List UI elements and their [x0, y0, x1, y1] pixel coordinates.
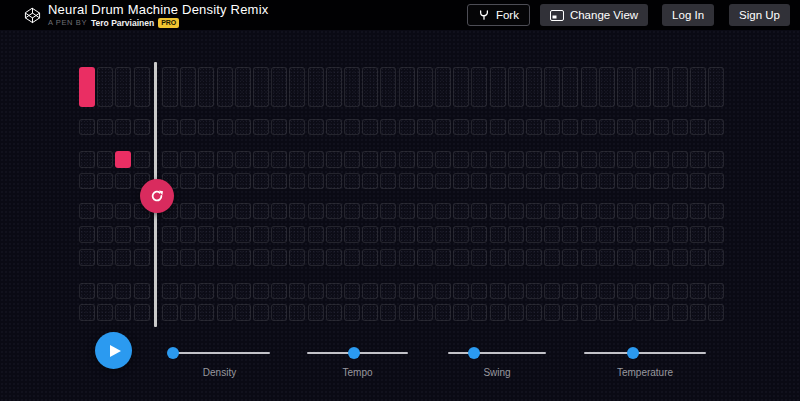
grid-cell-crash-step-34[interactable]	[690, 283, 706, 299]
grid-cell-hihat-closed-step-24[interactable]	[508, 151, 524, 168]
grid-cell-low-tom-step-8[interactable]	[217, 203, 233, 219]
grid-cell-ride-step-7[interactable]	[198, 304, 214, 321]
grid-cell-ride-step-3[interactable]	[115, 304, 131, 321]
grid-cell-low-tom-step-35[interactable]	[708, 203, 724, 219]
grid-cell-ride-step-8[interactable]	[217, 304, 233, 321]
grid-cell-low-tom-step-11[interactable]	[271, 203, 287, 219]
grid-cell-snare-step-27[interactable]	[562, 119, 578, 135]
grid-cell-snare-step-8[interactable]	[217, 119, 233, 135]
change-view-button[interactable]: Change View	[540, 4, 648, 26]
grid-cell-hihat-open-step-21[interactable]	[453, 173, 469, 189]
grid-cell-kick-step-34[interactable]	[690, 67, 706, 107]
grid-cell-low-tom-step-10[interactable]	[253, 203, 269, 219]
grid-cell-kick-step-8[interactable]	[217, 67, 233, 107]
grid-cell-hihat-open-step-19[interactable]	[417, 173, 433, 189]
grid-cell-hihat-closed-step-3[interactable]	[115, 151, 131, 168]
grid-cell-high-tom-step-10[interactable]	[253, 249, 269, 266]
grid-cell-crash-step-10[interactable]	[253, 283, 269, 299]
grid-cell-ride-step-17[interactable]	[380, 304, 396, 321]
grid-cell-high-tom-step-21[interactable]	[453, 249, 469, 266]
grid-cell-low-tom-step-31[interactable]	[635, 203, 651, 219]
grid-cell-ride-step-15[interactable]	[344, 304, 360, 321]
grid-cell-hihat-closed-step-12[interactable]	[289, 151, 305, 168]
grid-cell-hihat-open-step-28[interactable]	[581, 173, 597, 189]
grid-cell-mid-tom-step-28[interactable]	[581, 226, 597, 243]
grid-cell-snare-step-7[interactable]	[198, 119, 214, 135]
grid-cell-kick-step-9[interactable]	[235, 67, 251, 107]
grid-cell-snare-step-20[interactable]	[435, 119, 451, 135]
grid-cell-hihat-open-step-12[interactable]	[289, 173, 305, 189]
grid-cell-crash-step-13[interactable]	[308, 283, 324, 299]
grid-cell-snare-step-1[interactable]	[79, 119, 95, 135]
grid-cell-kick-step-11[interactable]	[271, 67, 287, 107]
grid-cell-snare-step-3[interactable]	[115, 119, 131, 135]
grid-cell-low-tom-step-1[interactable]	[79, 203, 95, 219]
grid-cell-low-tom-step-33[interactable]	[672, 203, 688, 219]
grid-cell-hihat-closed-step-21[interactable]	[453, 151, 469, 168]
grid-cell-snare-step-30[interactable]	[617, 119, 633, 135]
swing-slider-thumb[interactable]	[468, 347, 480, 359]
grid-cell-snare-step-11[interactable]	[271, 119, 287, 135]
grid-cell-hihat-closed-step-15[interactable]	[344, 151, 360, 168]
grid-cell-crash-step-16[interactable]	[362, 283, 378, 299]
grid-cell-snare-step-31[interactable]	[635, 119, 651, 135]
grid-cell-mid-tom-step-11[interactable]	[271, 226, 287, 243]
grid-cell-low-tom-step-24[interactable]	[508, 203, 524, 219]
sign-up-button[interactable]: Sign Up	[729, 4, 790, 26]
grid-cell-high-tom-step-3[interactable]	[115, 249, 131, 266]
grid-cell-kick-step-10[interactable]	[253, 67, 269, 107]
grid-cell-crash-step-35[interactable]	[708, 283, 724, 299]
grid-cell-hihat-open-step-22[interactable]	[471, 173, 487, 189]
grid-cell-snare-step-17[interactable]	[380, 119, 396, 135]
grid-cell-ride-step-2[interactable]	[97, 304, 113, 321]
grid-cell-kick-step-16[interactable]	[362, 67, 378, 107]
grid-cell-low-tom-step-30[interactable]	[617, 203, 633, 219]
grid-cell-mid-tom-step-22[interactable]	[471, 226, 487, 243]
grid-cell-mid-tom-step-4[interactable]	[134, 226, 150, 243]
grid-cell-ride-step-24[interactable]	[508, 304, 524, 321]
grid-cell-crash-step-15[interactable]	[344, 283, 360, 299]
grid-cell-hihat-closed-step-22[interactable]	[471, 151, 487, 168]
grid-cell-high-tom-step-28[interactable]	[581, 249, 597, 266]
grid-cell-hihat-closed-step-7[interactable]	[198, 151, 214, 168]
grid-cell-high-tom-step-26[interactable]	[544, 249, 560, 266]
grid-cell-snare-step-21[interactable]	[453, 119, 469, 135]
grid-cell-crash-step-18[interactable]	[399, 283, 415, 299]
grid-cell-kick-step-20[interactable]	[435, 67, 451, 107]
grid-cell-kick-step-15[interactable]	[344, 67, 360, 107]
grid-cell-ride-step-26[interactable]	[544, 304, 560, 321]
grid-cell-ride-step-28[interactable]	[581, 304, 597, 321]
grid-cell-kick-step-13[interactable]	[308, 67, 324, 107]
grid-cell-kick-step-23[interactable]	[490, 67, 506, 107]
grid-cell-snare-step-13[interactable]	[308, 119, 324, 135]
grid-cell-mid-tom-step-34[interactable]	[690, 226, 706, 243]
grid-cell-low-tom-step-18[interactable]	[399, 203, 415, 219]
grid-cell-kick-step-2[interactable]	[97, 67, 113, 107]
grid-cell-high-tom-step-15[interactable]	[344, 249, 360, 266]
grid-cell-snare-step-18[interactable]	[399, 119, 415, 135]
grid-cell-hihat-closed-step-14[interactable]	[326, 151, 342, 168]
grid-cell-mid-tom-step-30[interactable]	[617, 226, 633, 243]
grid-cell-crash-step-3[interactable]	[115, 283, 131, 299]
grid-cell-hihat-open-step-29[interactable]	[599, 173, 615, 189]
grid-cell-ride-step-27[interactable]	[562, 304, 578, 321]
grid-cell-crash-step-28[interactable]	[581, 283, 597, 299]
swing-slider-track[interactable]	[448, 352, 546, 354]
grid-cell-hihat-open-step-7[interactable]	[198, 173, 214, 189]
grid-cell-low-tom-step-17[interactable]	[380, 203, 396, 219]
grid-cell-ride-step-16[interactable]	[362, 304, 378, 321]
grid-cell-hihat-closed-step-11[interactable]	[271, 151, 287, 168]
grid-cell-mid-tom-step-12[interactable]	[289, 226, 305, 243]
grid-cell-high-tom-step-2[interactable]	[97, 249, 113, 266]
grid-cell-hihat-closed-step-23[interactable]	[490, 151, 506, 168]
grid-cell-crash-step-5[interactable]	[162, 283, 178, 299]
grid-cell-mid-tom-step-29[interactable]	[599, 226, 615, 243]
grid-cell-snare-step-12[interactable]	[289, 119, 305, 135]
grid-cell-crash-step-14[interactable]	[326, 283, 342, 299]
grid-cell-hihat-open-step-14[interactable]	[326, 173, 342, 189]
grid-cell-crash-step-32[interactable]	[653, 283, 669, 299]
grid-cell-hihat-closed-step-18[interactable]	[399, 151, 415, 168]
grid-cell-crash-step-17[interactable]	[380, 283, 396, 299]
grid-cell-mid-tom-step-8[interactable]	[217, 226, 233, 243]
grid-cell-kick-step-33[interactable]	[672, 67, 688, 107]
